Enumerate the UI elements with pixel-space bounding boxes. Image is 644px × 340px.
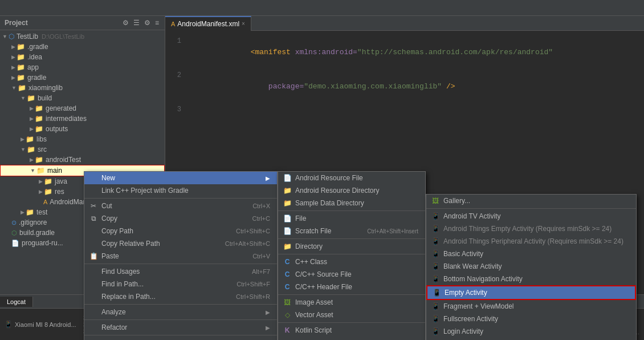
menu-item-replace-in-path[interactable]: Replace in Path... Ctrl+Shift+R (84, 290, 277, 303)
tree-item-outputs[interactable]: ▶ 📁 outputs (0, 124, 165, 134)
menu-item-image-asset[interactable]: 🖼 Image Asset (278, 296, 425, 309)
menu-item-new[interactable]: New ▶ (84, 172, 277, 184)
submenu-arrow-icon: ▶ (266, 175, 270, 181)
separator (278, 322, 425, 323)
menu-item-file[interactable]: 📄 File (278, 212, 425, 225)
tree-item-idea[interactable]: ▶ 📁 .idea (0, 52, 165, 62)
settings-icon[interactable]: ⚙ (143, 18, 152, 27)
chevron-right-icon: ▶ (11, 44, 15, 50)
menu-item-android-tv-activity[interactable]: 📱 Android TV Activity (426, 210, 636, 222)
tree-item-build[interactable]: ▼ 📁 build (0, 93, 165, 103)
tab-close-button[interactable]: × (242, 21, 245, 27)
tree-item-libs[interactable]: ▶ 📁 libs (0, 134, 165, 144)
chevron-down-icon: ▼ (21, 147, 26, 152)
tree-item-generated[interactable]: ▶ 📁 generated (0, 103, 165, 114)
code-line-2: 2 package="demo.xiaoming.com.xiaominglib… (165, 70, 644, 104)
menu-item-copy[interactable]: ⧉ Copy Ctrl+C (84, 212, 277, 225)
menu-item-empty-activity[interactable]: 📱 Empty Activity (426, 285, 636, 300)
separator (278, 254, 425, 254)
menu-item-android-things-peripheral[interactable]: 📱 Android Things Peripheral Activity (Re… (426, 235, 636, 248)
menu-item-vector-asset[interactable]: ◇ Vector Asset (278, 309, 425, 321)
menu-item-copy-path[interactable]: Copy Path Ctrl+Shift+C (84, 225, 277, 237)
tree-item-src[interactable]: ▼ 📁 src (0, 144, 165, 155)
menu-item-cpp-header[interactable]: C C/C++ Header File (278, 281, 425, 293)
tree-item-xiaominglib[interactable]: ▼ 📁 xiaominglib (0, 83, 165, 93)
menu-item-analyze[interactable]: Analyze ▶ (84, 306, 277, 318)
menu-item-blank-wear[interactable]: 📱 Blank Wear Activity (426, 260, 636, 273)
menu-item-scratch-file[interactable]: 📄 Scratch File Ctrl+Alt+Shift+Insert (278, 225, 425, 237)
menu-item-master-detail[interactable]: 📱 Master/Detail Flow (426, 338, 636, 340)
folder-icon: 📁 (26, 135, 34, 143)
tree-item-app[interactable]: ▶ 📁 app (0, 62, 165, 72)
menu-item-fragment-viewmodel[interactable]: 📱 Fragment + ViewModel (426, 300, 636, 313)
menu-item-cpp-class[interactable]: C C++ Class (278, 256, 425, 268)
android-resource-file-icon: 📄 (283, 174, 292, 182)
menu-item-paste[interactable]: 📋 Paste Ctrl+V (84, 250, 277, 262)
cut-icon: ✂ (89, 202, 98, 210)
menu-item-gallery[interactable]: 🖼 Gallery... (426, 195, 636, 207)
tree-item-testlib[interactable]: ▼ ⬡ TestLib D:\OGL\TestLib (0, 31, 165, 42)
folder-icon: 📁 (18, 84, 26, 92)
menu-item-find-in-path[interactable]: Find in Path... Ctrl+Shift+F (84, 278, 277, 290)
tab-androidmanifest[interactable]: A AndroidManifest.xml × (165, 16, 251, 31)
cpp-source-icon: C (283, 270, 292, 278)
menu-item-find-usages[interactable]: Find Usages Alt+F7 (84, 265, 277, 278)
activity-icon: 📱 (431, 250, 440, 258)
menu-item-gradle-dsl[interactable]: G Gradle DSL Build Script (278, 337, 425, 340)
chevron-down-icon: ▼ (11, 85, 17, 91)
folder-icon: 📁 (36, 167, 45, 175)
menu-item-basic-activity[interactable]: 📱 Basic Activity (426, 248, 636, 260)
separator (84, 264, 277, 264)
chevron-right-icon: ▶ (30, 157, 34, 163)
cpp-class-icon: C (283, 258, 292, 266)
chevron-right-icon: ▶ (11, 54, 15, 60)
chevron-down-icon: ▼ (30, 168, 35, 173)
chevron-down-icon: ▼ (21, 95, 26, 101)
vector-asset-icon: ◇ (283, 311, 292, 319)
folder-icon: 📁 (17, 53, 25, 61)
menu-item-cpp-source[interactable]: C C/C++ Source File (278, 268, 425, 281)
panel-title: Project (5, 19, 119, 27)
menu-item-add-favorites[interactable]: Add to Favorites (84, 337, 277, 340)
menu-item-bottom-navigation[interactable]: 📱 Bottom Navigation Activity (426, 273, 636, 285)
separator (84, 198, 277, 199)
menu-item-link-cpp[interactable]: Link C++ Project with Gradle (84, 184, 277, 197)
cpp-header-icon: C (283, 283, 292, 291)
folder-icon: 📁 (17, 74, 25, 82)
separator (278, 211, 425, 211)
chevron-right-icon: ▶ (30, 126, 34, 132)
menu-item-android-things-empty[interactable]: 📱 Android Things Empty Activity (Require… (426, 222, 636, 235)
folder-icon: 📁 (35, 156, 43, 164)
chevron-down-icon: ▼ (2, 34, 7, 39)
xml-icon: A (171, 21, 175, 27)
menu-item-android-resource-file[interactable]: 📄 Android Resource File (278, 172, 425, 184)
copy-icon: ⧉ (89, 214, 98, 222)
folder-icon: 📁 (17, 63, 25, 71)
folder-icon: 📁 (17, 43, 25, 51)
menu-item-login-activity[interactable]: 📱 Login Activity (426, 325, 636, 338)
gear-icon[interactable]: ☰ (132, 18, 141, 27)
logcat-tab[interactable]: Logcat (0, 297, 33, 307)
tree-item-androidtest[interactable]: ▶ 📁 androidTest (0, 155, 165, 165)
menu-item-copy-relative-path[interactable]: Copy Relative Path Ctrl+Alt+Shift+C (84, 237, 277, 250)
menu-item-directory[interactable]: 📁 Directory (278, 240, 425, 253)
menu-item-cut[interactable]: ✂ Cut Ctrl+X (84, 200, 277, 212)
folder-icon: 📁 (35, 125, 43, 133)
activity-icon: 📱 (431, 212, 440, 220)
menu-item-sample-data-dir[interactable]: 📁 Sample Data Directory (278, 197, 425, 209)
menu-item-kotlin-script[interactable]: K Kotlin Script (278, 324, 425, 337)
image-asset-icon: 🖼 (283, 298, 292, 306)
tree-item-intermediates[interactable]: ▶ 📁 intermediates (0, 114, 165, 124)
tree-item-gradle[interactable]: ▶ 📁 gradle (0, 72, 165, 83)
chevron-right-icon: ▶ (11, 64, 15, 70)
menu-item-refactor[interactable]: Refactor ▶ (84, 321, 277, 334)
chevron-right-icon: ▶ (39, 179, 43, 184)
sync-icon[interactable]: ⚙ (121, 18, 130, 27)
code-line-3: 3 (165, 104, 644, 115)
tree-item-gradle-hidden[interactable]: ▶ 📁 .gradle (0, 42, 165, 52)
menu-item-fullscreen[interactable]: 📱 Fullscreen Activity (426, 313, 636, 325)
folder-icon: 📁 (26, 208, 34, 216)
menu-item-android-resource-dir[interactable]: 📁 Android Resource Directory (278, 184, 425, 197)
menu-icon[interactable]: ≡ (154, 18, 160, 27)
chevron-right-icon: ▶ (30, 106, 34, 111)
